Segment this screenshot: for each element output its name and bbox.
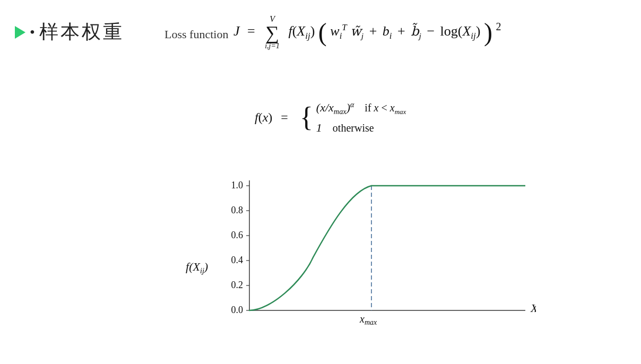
piecewise-case-2: 1 otherwise — [316, 121, 406, 135]
case-1-condition: if x < xmax — [365, 102, 406, 116]
play-icon[interactable] — [15, 26, 25, 39]
piecewise-case-1: (x/xmax)α if x < xmax — [316, 101, 406, 117]
chart-area: f(Xij) 1.0 0.8 0.6 0.4 0.2 — [186, 175, 547, 340]
svg-text:0.8: 0.8 — [231, 205, 244, 215]
svg-text:0.6: 0.6 — [231, 230, 244, 240]
case-2-condition: otherwise — [333, 122, 374, 134]
section-title: 样本权重 — [39, 19, 124, 45]
svg-text:0.4: 0.4 — [231, 255, 244, 265]
svg-text:xmax: xmax — [359, 313, 377, 326]
header-section: • 样本权重 — [15, 19, 124, 45]
formula-j: J = V ∑ i,j=1 f(Xij) ( wiT w̃j + bi + b̃… — [233, 15, 501, 50]
loss-function-label: Loss function — [164, 28, 228, 41]
piecewise-function: { (x/xmax)α if x < xmax 1 otherwise — [300, 101, 406, 135]
svg-text:0.0: 0.0 — [231, 305, 244, 315]
svg-text:Xij: Xij — [530, 301, 536, 316]
chart-y-label: f(Xij) — [186, 260, 208, 275]
formula-fx: f(x) = { (x/xmax)α if x < xmax 1 otherwi… — [255, 101, 406, 135]
chart-svg: 1.0 0.8 0.6 0.4 0.2 0.0 — [218, 175, 536, 329]
svg-text:1.0: 1.0 — [231, 180, 244, 190]
summation-symbol: V ∑ i,j=1 — [265, 15, 280, 50]
bullet-point: • — [30, 25, 35, 40]
svg-text:0.2: 0.2 — [231, 280, 244, 290]
